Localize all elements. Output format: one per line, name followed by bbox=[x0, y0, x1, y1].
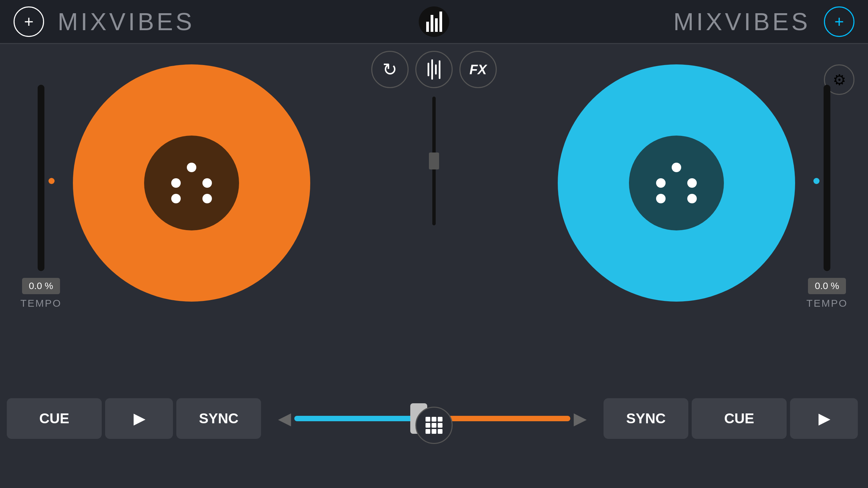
mixer: ↻ FX bbox=[383, 44, 485, 444]
left-tempo-value: 0.0 % bbox=[22, 278, 60, 294]
vertical-fader-track[interactable] bbox=[432, 97, 436, 225]
header: + MIXVIBES MIXVIBES + bbox=[0, 0, 868, 44]
eq-button[interactable] bbox=[415, 51, 453, 88]
main-area: 0.0 % TEMPO ↻ bbox=[0, 44, 868, 444]
left-turntable[interactable] bbox=[73, 64, 310, 302]
add-right-icon: + bbox=[834, 12, 844, 31]
left-tempo-track[interactable] bbox=[38, 85, 44, 271]
play-left-icon: ▶ bbox=[134, 410, 144, 427]
right-dice bbox=[649, 156, 704, 210]
add-left-icon: + bbox=[24, 12, 34, 31]
right-tempo-track[interactable] bbox=[824, 85, 830, 271]
play-right-button[interactable]: ▶ bbox=[790, 398, 858, 439]
fx-button[interactable]: FX bbox=[459, 51, 497, 88]
vertical-fader-thumb[interactable] bbox=[429, 152, 439, 169]
left-deck-title: MIXVIBES bbox=[58, 8, 195, 36]
cue-left-button[interactable]: CUE bbox=[7, 398, 102, 439]
cue-left-label: CUE bbox=[39, 410, 70, 427]
left-deck: 0.0 % TEMPO bbox=[0, 44, 383, 444]
cue-right-label: CUE bbox=[724, 410, 754, 427]
left-tempo-label: TEMPO bbox=[20, 298, 62, 309]
right-tempo-dot bbox=[813, 178, 820, 184]
play-right-icon: ▶ bbox=[818, 410, 829, 427]
center-logo[interactable] bbox=[419, 6, 449, 37]
right-turntable[interactable] bbox=[558, 64, 795, 302]
eq-icon bbox=[428, 59, 440, 80]
grid-icon bbox=[426, 417, 442, 434]
right-deck: ⚙ 0.0 % TEMPO bbox=[485, 44, 868, 444]
header-right: MIXVIBES + bbox=[673, 6, 854, 37]
right-deck-title: MIXVIBES bbox=[673, 8, 810, 36]
sync-right-button[interactable]: SYNC bbox=[604, 398, 688, 439]
left-turntable-wrap bbox=[73, 64, 310, 302]
right-tempo: 0.0 % TEMPO bbox=[806, 78, 848, 322]
bars-icon bbox=[426, 12, 442, 32]
play-left-button[interactable]: ▶ bbox=[105, 398, 173, 439]
sync-right-label: SYNC bbox=[626, 410, 666, 427]
crossfader-arrow-right: ▶ bbox=[574, 409, 587, 428]
right-turntable-center bbox=[629, 136, 724, 230]
left-turntable-center bbox=[144, 136, 239, 230]
left-tempo-dot bbox=[48, 178, 55, 184]
right-tempo-label: TEMPO bbox=[806, 298, 848, 309]
loop-button[interactable]: ↻ bbox=[371, 51, 409, 88]
sync-left-label: SYNC bbox=[199, 410, 239, 427]
crossfader-arrow-left: ◀ bbox=[278, 409, 291, 428]
cue-right-button[interactable]: CUE bbox=[692, 398, 787, 439]
add-left-button[interactable]: + bbox=[14, 6, 44, 37]
left-dice bbox=[164, 156, 219, 210]
fx-label: FX bbox=[469, 62, 487, 77]
mixer-controls: ↻ FX bbox=[371, 51, 497, 88]
add-right-button[interactable]: + bbox=[824, 6, 854, 37]
vertical-fader bbox=[432, 93, 436, 395]
loop-icon: ↻ bbox=[382, 59, 397, 80]
right-tempo-value: 0.0 % bbox=[808, 278, 846, 294]
grid-button[interactable] bbox=[415, 407, 453, 444]
left-tempo: 0.0 % TEMPO bbox=[20, 78, 62, 322]
header-left: + MIXVIBES bbox=[14, 6, 195, 37]
right-turntable-wrap bbox=[558, 64, 795, 302]
sync-left-button[interactable]: SYNC bbox=[176, 398, 261, 439]
